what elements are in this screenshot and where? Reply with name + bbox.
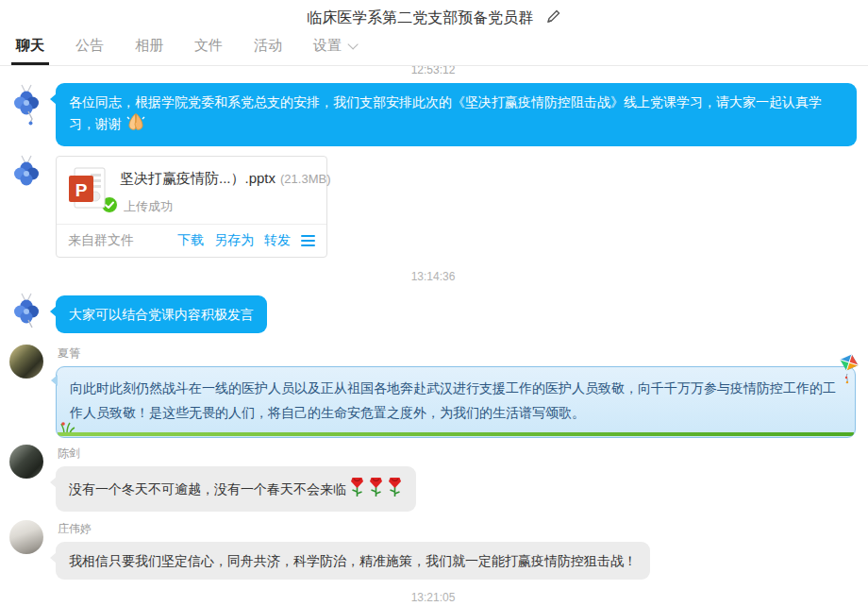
tab-files[interactable]: 文件 — [192, 29, 225, 65]
tab-settings-label: 设置 — [313, 37, 342, 53]
sender-name: 夏箐 — [58, 345, 856, 362]
avatar-photo[interactable] — [9, 520, 43, 554]
svg-text:P: P — [75, 180, 88, 200]
tab-settings[interactable]: 设置 — [310, 29, 358, 65]
rose-emoji — [387, 485, 403, 500]
tab-announcement[interactable]: 公告 — [73, 29, 107, 65]
tab-bar: 聊天 公告 相册 文件 活动 设置 — [0, 32, 868, 66]
chevron-down-icon — [347, 39, 358, 49]
tab-album[interactable]: 相册 — [132, 29, 166, 65]
chat-bubble: 大家可以结合党课内容积极发言 — [56, 295, 267, 333]
rose-emoji — [368, 485, 384, 500]
chat-bubble-themed: 向此时此刻仍然战斗在一线的医护人员以及正从祖国各地奔赴武汉进行支援工作的医护人员… — [56, 366, 856, 438]
save-as-link[interactable]: 另存为 — [214, 232, 254, 249]
chat-message-list: 12:53:12 各位同志，根据学院党委和系党总支的安排，我们支部安排此次的《坚… — [0, 66, 868, 606]
message-text: 没有一个冬天不可逾越，没有一个春天不会来临 — [69, 481, 346, 497]
ppt-file-icon: P — [68, 167, 108, 214]
message-text: 我相信只要我们坚定信心，同舟共济，科学防治，精准施策，我们就一定能打赢疫情防控狙… — [69, 553, 637, 568]
edit-pencil-icon[interactable] — [545, 8, 561, 28]
group-title: 临床医学系第二党支部预备党员群 — [307, 9, 533, 25]
message-row: 庄伟婷 我相信只要我们坚定信心，同舟共济，科学防治，精准施策，我们就一定能打赢疫… — [9, 520, 857, 580]
rose-emoji — [349, 485, 365, 500]
message-row: 大家可以结合党课内容积极发言 — [9, 292, 857, 335]
tab-chat[interactable]: 聊天 — [13, 29, 47, 65]
clipped-timestamp: 12:53:12 — [9, 66, 857, 77]
avatar-photo[interactable] — [9, 345, 43, 379]
chat-bubble: 各位同志，根据学院党委和系党总支的安排，我们支部安排此次的《坚决打赢疫情防控阻击… — [56, 83, 857, 146]
file-card-footer: 来自群文件 下载 另存为 转发 — [57, 224, 326, 257]
avatar-clover-pendant[interactable] — [9, 83, 43, 126]
chat-bubble: 我相信只要我们坚定信心，同舟共济，科学防治，精准施策，我们就一定能打赢疫情防控狙… — [56, 542, 650, 580]
timestamp: 13:21:05 — [9, 591, 857, 604]
message-row: 各位同志，根据学院党委和系党总支的安排，我们支部安排此次的《坚决打赢疫情防控阻击… — [9, 83, 857, 146]
menu-bars-icon[interactable] — [301, 232, 315, 249]
praying-hands-emoji — [125, 120, 147, 135]
message-row: 夏箐 向此时此刻仍然战斗在一线的医护人员以及正从祖国各地奔赴武汉进行支援工作的医… — [9, 345, 857, 438]
chat-bubble: 没有一个冬天不可逾越，没有一个春天不会来临 — [56, 466, 416, 512]
upload-status: 上传成功 — [124, 198, 173, 215]
message-row: P 坚决打赢疫情防...）.pptx(21.3MB) — [9, 154, 857, 258]
sender-name: 陈剑 — [58, 446, 416, 462]
forward-link[interactable]: 转发 — [264, 232, 291, 249]
group-header: 临床医学系第二党支部预备党员群 — [0, 0, 868, 32]
message-text: 大家可以结合党课内容积极发言 — [69, 307, 254, 322]
message-text: 向此时此刻仍然战斗在一线的医护人员以及正从祖国各地奔赴武汉进行支援工作的医护人员… — [70, 380, 836, 420]
download-link[interactable]: 下载 — [177, 232, 204, 249]
kite-decoration — [835, 353, 863, 393]
message-text: 各位同志，根据学院党委和系党总支的安排，我们支部安排此次的《坚决打赢疫情防控阻击… — [69, 94, 822, 131]
grass-decoration — [60, 417, 75, 442]
avatar-clover-pendant[interactable] — [9, 154, 43, 197]
file-name[interactable]: 坚决打赢疫情防...）.pptx — [120, 170, 275, 186]
message-row: 陈剑 没有一个冬天不可逾越，没有一个春天不会来临 — [9, 445, 857, 512]
avatar-photo[interactable] — [9, 445, 43, 479]
file-info: 坚决打赢疫情防...）.pptx(21.3MB) 上传成功 — [120, 167, 331, 217]
sender-name: 庄伟婷 — [58, 521, 650, 537]
timestamp: 13:14:36 — [9, 270, 857, 283]
file-source-label: 来自群文件 — [68, 232, 167, 249]
file-size: (21.3MB) — [280, 172, 330, 186]
file-card-top: P 坚决打赢疫情防...）.pptx(21.3MB) — [57, 157, 326, 224]
avatar-clover-pendant[interactable] — [9, 292, 43, 335]
tab-activities[interactable]: 活动 — [251, 29, 285, 65]
file-message-card[interactable]: P 坚决打赢疫情防...）.pptx(21.3MB) — [56, 156, 327, 258]
